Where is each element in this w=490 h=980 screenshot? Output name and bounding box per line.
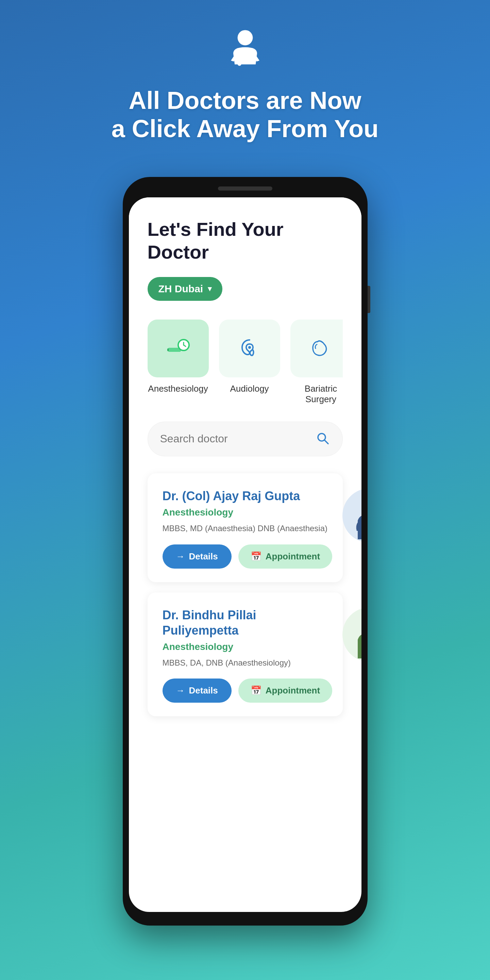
hero-doctor-icon xyxy=(221,27,269,76)
specialty-name-anesthesiology: Anesthesiology xyxy=(148,383,208,394)
doctor-specialty-ajay: Anesthesiology xyxy=(163,507,333,518)
specialty-icon-box-anesthesiology xyxy=(147,320,209,377)
doctor-avatar-bindhu xyxy=(343,608,361,662)
doctor-credentials-ajay: MBBS, MD (Anaesthesia) DNB (Anaesthesia) xyxy=(163,523,333,534)
search-input[interactable] xyxy=(160,433,308,445)
details-button-bindhu[interactable]: → Details xyxy=(163,679,232,703)
phone-screen: Let's Find Your Doctor ZH Dubai ▾ xyxy=(129,197,362,912)
calendar-icon-ajay: 📅 xyxy=(251,551,262,562)
location-selector[interactable]: ZH Dubai ▾ xyxy=(147,277,223,301)
specialty-audiology[interactable]: Audiology xyxy=(219,320,280,404)
hero-title: All Doctors are Now a Click Away From Yo… xyxy=(111,86,379,143)
specialty-anesthesiology[interactable]: Anesthesiology xyxy=(147,320,209,404)
find-doctor-title: Let's Find Your Doctor xyxy=(147,218,343,263)
specialty-name-audiology: Audiology xyxy=(230,383,269,394)
doctor-actions-bindhu: → Details 📅 Appointment xyxy=(163,679,333,703)
doctor-info-bindhu: Dr. Bindhu Pillai Puliyempetta Anesthesi… xyxy=(163,608,333,703)
svg-rect-5 xyxy=(167,348,169,351)
doctor-name-ajay: Dr. (Col) Ajay Raj Gupta xyxy=(163,488,333,504)
svg-point-9 xyxy=(248,346,251,349)
svg-line-11 xyxy=(324,440,328,444)
phone-frame: Let's Find Your Doctor ZH Dubai ▾ xyxy=(123,177,368,926)
appointment-button-bindhu[interactable]: 📅 Appointment xyxy=(238,679,332,703)
location-label: ZH Dubai xyxy=(159,283,203,295)
search-icon xyxy=(315,431,330,447)
arrow-right-icon-bindhu: → xyxy=(176,685,185,696)
doctor-card-bindhu: Dr. Bindhu Pillai Puliyempetta Anesthesi… xyxy=(147,592,343,717)
doctor-specialty-bindhu: Anesthesiology xyxy=(163,641,333,652)
doctor-name-bindhu: Dr. Bindhu Pillai Puliyempetta xyxy=(163,608,333,638)
specialty-bariatric[interactable]: Bariatric Surgery xyxy=(290,320,343,404)
doctor-avatar-ajay xyxy=(343,488,361,543)
phone-notch xyxy=(218,186,273,191)
hero-section: All Doctors are Now a Click Away From Yo… xyxy=(0,0,490,163)
appointment-button-ajay[interactable]: 📅 Appointment xyxy=(238,544,332,569)
arrow-right-icon: → xyxy=(176,551,185,562)
specialty-name-bariatric: Bariatric Surgery xyxy=(290,383,343,404)
calendar-icon-bindhu: 📅 xyxy=(251,685,262,696)
svg-point-0 xyxy=(237,30,253,45)
svg-point-2 xyxy=(247,55,251,58)
specialty-icon-box-bariatric xyxy=(290,320,343,377)
doctor-actions-ajay: → Details 📅 Appointment xyxy=(163,544,333,569)
phone-side-button xyxy=(368,286,370,313)
svg-point-1 xyxy=(237,62,241,66)
chevron-down-icon: ▾ xyxy=(208,285,211,293)
specialties-section: Anesthesiology Audiology xyxy=(147,320,343,404)
app-content: Let's Find Your Doctor ZH Dubai ▾ xyxy=(129,197,362,740)
specialty-icon-box-audiology xyxy=(219,320,280,377)
doctor-card-ajay: Dr. (Col) Ajay Raj Gupta Anesthesiology … xyxy=(147,473,343,582)
details-button-ajay[interactable]: → Details xyxy=(163,544,232,569)
search-bar[interactable] xyxy=(147,422,343,456)
doctor-credentials-bindhu: MBBS, DA, DNB (Anaesthesiology) xyxy=(163,657,333,669)
doctor-info-ajay: Dr. (Col) Ajay Raj Gupta Anesthesiology … xyxy=(163,488,333,569)
specialties-row: Anesthesiology Audiology xyxy=(147,320,343,404)
